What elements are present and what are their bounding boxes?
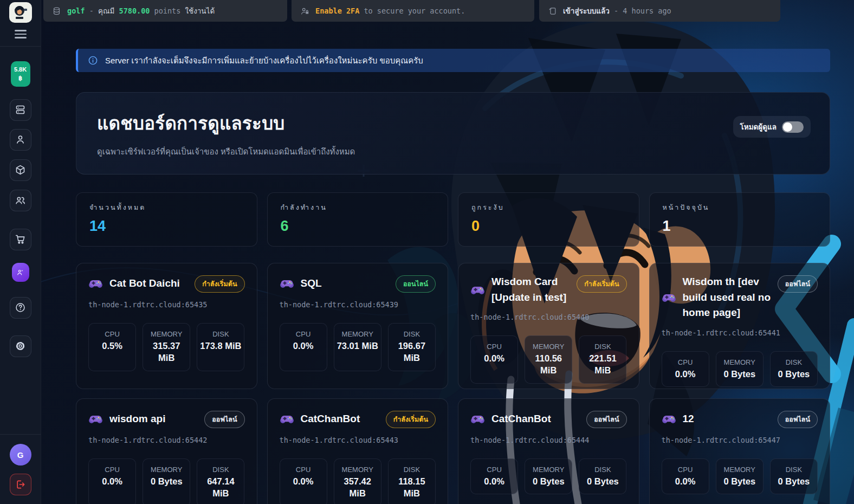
stat-label: กำลังทำงาน xyxy=(281,202,435,213)
memory-metric: MEMORY73.01 MiB xyxy=(334,323,381,371)
logout-button[interactable] xyxy=(10,474,31,495)
sidebar-item-settings[interactable] xyxy=(10,335,31,357)
ai-assistant-icon xyxy=(16,268,24,276)
stat-suspended: ถูกระงับ 0 xyxy=(458,192,639,247)
cpu-metric: CPU0.0% xyxy=(662,458,709,494)
server-address: th-node-1.rdtrc.cloud:65444 xyxy=(470,436,627,444)
scroll-icon xyxy=(548,7,557,16)
server-grid: Cat Bot Daichi กำลังเริ่มต้น th-node-1.r… xyxy=(76,263,830,504)
sidebar-item-users[interactable] xyxy=(10,190,31,211)
page-subtitle: ดูเฉพาะเซิร์ฟเวอร์ที่คุณเป็นเจ้าของ หรือ… xyxy=(97,145,809,158)
balance-button[interactable]: 5.8K ฿ xyxy=(11,61,30,87)
server-address: th-node-1.rdtrc.cloud:65441 xyxy=(662,328,818,337)
app-logo[interactable] xyxy=(9,2,32,23)
server-metrics: CPU0.0% MEMORY0 Bytes DISK647.14 MiB xyxy=(88,458,245,504)
server-name: CatChanBot xyxy=(301,411,379,427)
cpu-metric: CPU0.5% xyxy=(88,323,136,371)
cpu-metric: CPU0.0% xyxy=(662,351,709,387)
stat-value: 14 xyxy=(89,218,244,235)
gear-icon xyxy=(15,340,26,352)
notification-2fa[interactable]: Enable 2FA to secure your account. xyxy=(292,0,534,22)
logo-illustration xyxy=(11,4,30,21)
main-content: Server เรากำลังจะเต็มจึงจะมีการเพิ่มและย… xyxy=(41,0,854,504)
server-address: th-node-1.rdtrc.cloud:65435 xyxy=(88,300,245,309)
stat-value: 6 xyxy=(281,218,435,235)
gamepad-icon xyxy=(88,413,103,424)
gamepad-icon xyxy=(280,413,294,424)
server-metrics: CPU0.0% MEMORY0 Bytes DISK0 Bytes xyxy=(470,458,627,494)
memory-metric: MEMORY0 Bytes xyxy=(143,458,190,504)
disk-metric: DISK0 Bytes xyxy=(579,458,626,494)
notification-points[interactable]: golf - คุณมี 5780.00 points ใช้งานได้ xyxy=(43,0,287,22)
notification-login[interactable]: เข้าสู่ระบบแล้ว - 4 hours ago xyxy=(539,0,780,22)
avatar-initial: G xyxy=(17,450,24,460)
disk-metric: DISK173.8 MiB xyxy=(197,323,244,371)
stat-label: จำนวนทั้งหมด xyxy=(89,202,244,213)
server-metrics: CPU0.5% MEMORY315.37 MiB DISK173.8 MiB xyxy=(88,323,245,371)
status-badge: กำลังเริ่มต้น xyxy=(195,275,244,293)
balance-currency: ฿ xyxy=(18,74,22,83)
server-name: Cat Bot Daichi xyxy=(109,276,188,292)
server-card[interactable]: Wisdom th [dev build used real no home p… xyxy=(649,263,831,389)
admin-mode-toggle[interactable]: โหมดผู้ดูแล xyxy=(733,116,811,138)
gamepad-icon xyxy=(662,292,676,303)
user-avatar[interactable]: G xyxy=(10,444,31,466)
disk-metric: DISK0 Bytes xyxy=(770,458,818,494)
server-card[interactable]: wisdom api ออฟไลน์ th-node-1.rdtrc.cloud… xyxy=(76,398,257,504)
server-metrics: CPU0.0% MEMORY0 Bytes DISK0 Bytes xyxy=(662,351,818,387)
cube-icon xyxy=(15,164,26,176)
help-icon xyxy=(15,302,26,313)
status-badge: ออนไลน์ xyxy=(396,275,436,293)
sidebar-item-shop[interactable] xyxy=(10,229,31,250)
server-card[interactable]: 12 ออฟไลน์ th-node-1.rdtrc.cloud:65447 C… xyxy=(649,398,831,504)
server-card[interactable]: Cat Bot Daichi กำลังเริ่มต้น th-node-1.r… xyxy=(76,263,257,389)
disk-metric: DISK0 Bytes xyxy=(770,351,818,387)
stat-value: 0 xyxy=(471,218,626,235)
notification-text: Enable 2FA to secure your account. xyxy=(315,7,465,15)
stat-total: จำนวนทั้งหมด 14 xyxy=(76,192,257,247)
disk-metric: DISK118.15 MiB xyxy=(388,458,436,504)
toggle-knob xyxy=(783,122,792,132)
users-icon xyxy=(15,195,26,206)
coins-icon xyxy=(52,7,61,16)
server-address: th-node-1.rdtrc.cloud:65440 xyxy=(470,313,627,321)
notification-text: golf - คุณมี 5780.00 points ใช้งานได้ xyxy=(67,5,215,17)
server-card[interactable]: SQL ออนไลน์ th-node-1.rdtrc.cloud:65439 … xyxy=(267,263,449,389)
hero-card: แดชบอร์ดการดูแลระบบ ดูเฉพาะเซิร์ฟเวอร์ที… xyxy=(76,92,830,175)
sidebar-item-servers[interactable] xyxy=(10,99,31,121)
user-icon xyxy=(15,134,26,145)
stat-running: กำลังทำงาน 6 xyxy=(267,192,449,247)
gamepad-icon xyxy=(662,413,676,424)
server-address: th-node-1.rdtrc.cloud:65439 xyxy=(280,300,436,309)
sidebar-item-assistant[interactable] xyxy=(12,263,29,282)
server-address: th-node-1.rdtrc.cloud:65442 xyxy=(88,436,245,444)
server-name: SQL xyxy=(301,276,389,292)
stat-label: ถูกระงับ xyxy=(471,202,626,213)
logout-icon xyxy=(15,479,26,490)
server-card[interactable]: Wisdom Card [Update in test] กำลังเริ่มต… xyxy=(458,263,639,389)
banner-text: Server เรากำลังจะเต็มจึงจะมีการเพิ่มและย… xyxy=(105,54,423,67)
notification-text: เข้าสู่ระบบแล้ว - 4 hours ago xyxy=(563,5,671,17)
server-name: CatChanBot xyxy=(491,411,580,427)
toggle-switch[interactable] xyxy=(782,121,804,133)
server-card[interactable]: CatChanBot กำลังเริ่มต้น th-node-1.rdtrc… xyxy=(267,398,449,504)
gamepad-icon xyxy=(280,278,294,289)
sidebar-item-packages[interactable] xyxy=(10,159,31,181)
server-name: Wisdom Card [Update in test] xyxy=(491,274,570,305)
server-name: Wisdom th [dev build used real no home p… xyxy=(683,274,771,321)
status-badge: กำลังเริ่มต้น xyxy=(577,275,626,293)
disk-metric: DISK647.14 MiB xyxy=(197,458,244,504)
sidebar-item-help[interactable] xyxy=(10,297,31,319)
status-badge: ออฟไลน์ xyxy=(204,411,244,428)
user-lock-icon xyxy=(300,7,309,16)
server-metrics: CPU0.0% MEMORY357.42 MiB DISK118.15 MiB xyxy=(280,458,436,504)
sidebar-divider-bottom xyxy=(0,434,41,435)
disk-metric: DISK196.67 MiB xyxy=(388,323,436,371)
status-badge: ออฟไลน์ xyxy=(586,411,626,428)
menu-toggle-icon[interactable] xyxy=(15,30,27,38)
server-card[interactable]: CatChanBot ออฟไลน์ th-node-1.rdtrc.cloud… xyxy=(458,398,639,504)
sidebar-item-profile[interactable] xyxy=(10,129,31,151)
stat-current-page: หน้าปัจจุบัน 1 xyxy=(649,192,831,247)
memory-metric: MEMORY315.37 MiB xyxy=(143,323,190,371)
admin-mode-label: โหมดผู้ดูแล xyxy=(740,121,777,133)
